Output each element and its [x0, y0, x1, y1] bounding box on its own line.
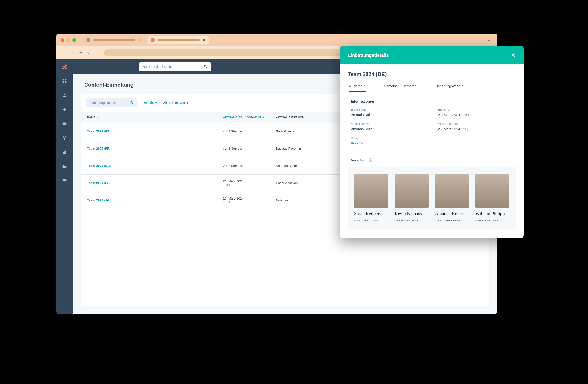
chevron-down-icon: ▾ [155, 101, 157, 105]
svg-rect-16 [64, 151, 65, 154]
section-info: Informationen Erstellt von Amanda Keller… [348, 99, 516, 145]
sidebar-item-dashboard[interactable] [61, 78, 68, 84]
filter-updated-by-dropdown[interactable]: Aktualisiert von ▾ [163, 101, 188, 105]
close-panel-icon[interactable]: ✕ [511, 52, 516, 59]
search-placeholder: HubSpot durchsuchen [143, 65, 175, 68]
svg-line-23 [132, 103, 133, 104]
avatar [354, 174, 388, 208]
row-name-link[interactable]: Team 2024 (FR) [81, 147, 223, 150]
tab-title-placeholder [158, 39, 200, 41]
avatar [395, 174, 429, 208]
close-tab-icon[interactable]: ✕ [138, 38, 141, 42]
svg-point-1 [62, 67, 64, 69]
embed-search-placeholder: Einbettung suchen [89, 101, 116, 105]
chevron-down-icon: ▾ [187, 101, 188, 105]
info-design: Design Kein Thema [351, 136, 429, 145]
new-tab-button[interactable]: + [214, 38, 216, 43]
svg-point-20 [204, 65, 206, 67]
column-name[interactable]: NAME⇵ [81, 116, 223, 119]
team-member-name: Amanda Keller [435, 211, 469, 216]
tab-title-placeholder [93, 39, 136, 41]
minimize-window-button[interactable] [67, 38, 70, 42]
panel-header-title: Einbettungsdetails [348, 53, 389, 58]
site-settings-icon[interactable]: ☰ [93, 50, 99, 56]
team-member-name: Sarah Reimers [354, 211, 388, 216]
svg-rect-7 [65, 79, 66, 80]
svg-rect-11 [63, 123, 67, 125]
global-search-input[interactable]: HubSpot durchsuchen [139, 62, 211, 71]
tab-history[interactable]: Einbettungsverlauf [435, 84, 463, 92]
sidebar-item-contacts[interactable] [61, 92, 68, 98]
team-member-role: Chief People Officer [475, 219, 509, 222]
svg-rect-4 [63, 67, 66, 67]
home-button[interactable]: ⌂ [86, 51, 89, 55]
team-card: Sarah ReimersChief Design Architect [354, 174, 388, 222]
svg-rect-5 [66, 65, 66, 67]
team-card: Kevin NiehausChief Product Officer [395, 174, 429, 222]
sidebar-item-marketing[interactable] [61, 106, 68, 113]
svg-rect-8 [63, 81, 64, 83]
row-date: vor 2 Stunden [223, 130, 276, 133]
tab-general[interactable]: Allgemein [349, 84, 366, 92]
close-window-button[interactable] [61, 38, 64, 42]
row-name-link[interactable]: Team 2024 (ES) [81, 181, 223, 185]
search-icon [204, 65, 208, 69]
forward-button[interactable]: → [70, 51, 74, 55]
team-member-name: Kevin Niehaus [395, 211, 429, 216]
team-card: William PhilippsChief People Officer [475, 174, 509, 222]
row-date: 26. März 202415:46 [223, 197, 276, 204]
row-name-link[interactable]: Team 2024 (DE) [81, 164, 223, 168]
sidebar-item-reports[interactable] [61, 149, 68, 156]
svg-rect-9 [65, 81, 66, 83]
hubspot-logo-icon[interactable] [61, 64, 68, 70]
divider [351, 152, 513, 152]
panel-tabs: Allgemein Domains & Elemente Einbettungs… [348, 84, 516, 92]
svg-point-14 [64, 139, 65, 140]
back-button[interactable]: ← [61, 51, 65, 55]
svg-point-19 [64, 180, 64, 181]
panel-body: Team 2024 (DE) Allgemein Domains & Eleme… [340, 64, 524, 238]
tab-domains[interactable]: Domains & Elemente [384, 84, 417, 92]
browser-tab-2-active[interactable]: ✕ [147, 36, 209, 44]
column-updated-date[interactable]: AKTUALISIERUNGSDATUM▼ [223, 116, 276, 119]
svg-point-13 [65, 136, 66, 137]
row-name-link[interactable]: Team 2024 (JA) [81, 199, 223, 202]
chevron-down-icon[interactable]: ⌄ [488, 38, 493, 42]
svg-point-10 [64, 93, 65, 95]
reload-button[interactable]: ⟳ [78, 50, 82, 55]
window-controls [61, 38, 76, 42]
team-member-role: Chief Executive Officer [435, 219, 469, 222]
info-icon[interactable]: i [369, 158, 372, 162]
row-date: 26. März 202415:43 [223, 179, 276, 187]
avatar [475, 174, 509, 208]
design-link[interactable]: Kein Thema [351, 141, 429, 145]
preview-box: Sarah ReimersChief Design ArchitectKevin… [348, 167, 516, 229]
sidebar-item-automation[interactable] [61, 135, 68, 141]
row-name-link[interactable]: Team 2024 (PT) [81, 130, 223, 133]
section-info-title: Informationen [348, 99, 516, 103]
svg-point-22 [130, 102, 132, 103]
sort-desc-icon: ▼ [263, 116, 265, 119]
embed-search-input[interactable]: Einbettung suchen [86, 98, 137, 107]
sidebar-item-commerce[interactable] [61, 120, 68, 127]
filter-domain-dropdown[interactable]: Domain ▾ [143, 101, 157, 105]
sidebar-item-image[interactable] [61, 178, 68, 184]
panel-title: Team 2024 (DE) [348, 71, 516, 77]
avatar [435, 174, 469, 208]
search-icon [130, 101, 133, 105]
hubspot-icon [151, 38, 155, 42]
svg-point-12 [63, 136, 64, 137]
maximize-window-button[interactable] [72, 38, 76, 42]
sort-icon: ⇵ [97, 116, 99, 119]
panel-header: Einbettungsdetails ✕ [340, 46, 524, 64]
info-created-by: Erstellt von Amanda Keller [351, 108, 429, 116]
info-updated-at: Aktualisiert am 27. März 2024 11:56 [438, 122, 516, 131]
browser-tab-1[interactable]: ✕ [83, 36, 145, 44]
info-updated-by: Aktualisiert von Amanda Keller [351, 122, 429, 131]
close-tab-icon[interactable]: ✕ [203, 38, 205, 42]
team-card: Amanda KellerChief Executive Officer [435, 174, 469, 222]
team-member-name: William Philipps [475, 211, 509, 216]
sidebar-item-folder[interactable] [61, 163, 68, 170]
svg-rect-17 [65, 151, 66, 154]
team-member-role: Chief Product Officer [395, 219, 429, 222]
